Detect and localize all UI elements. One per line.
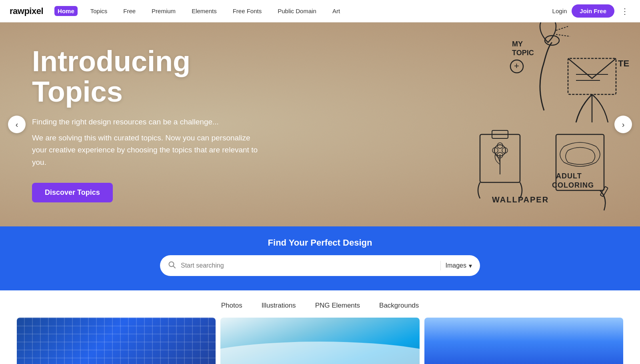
navbar: rawpixel Home Topics Free Premium Elemen… [0, 0, 640, 22]
discover-topics-button[interactable]: Discover Topics [32, 183, 113, 202]
nav-link-topics[interactable]: Topics [87, 6, 111, 16]
arrow-left-icon: ‹ [16, 120, 18, 129]
tab-illustrations[interactable]: Illustrations [262, 300, 296, 311]
images-grid [0, 318, 640, 364]
more-options-button[interactable]: ⋮ [619, 5, 630, 18]
tab-backgrounds[interactable]: Backgrounds [379, 300, 419, 311]
search-input[interactable] [181, 262, 436, 269]
search-type-dropdown[interactable]: Images ▾ [446, 262, 472, 270]
chevron-down-icon: ▾ [469, 262, 472, 270]
category-tabs: Photos Illustrations PNG Elements Backgr… [0, 290, 640, 318]
svg-point-15 [494, 145, 506, 156]
nav-right: Login Join Free ⋮ [552, 4, 630, 18]
search-section: Find Your Perfect Design Images ▾ [0, 226, 640, 290]
svg-text:TOPIC: TOPIC [512, 49, 534, 57]
search-title: Find Your Perfect Design [268, 238, 372, 248]
svg-point-18 [492, 148, 498, 153]
svg-text:TE: TE [618, 58, 629, 68]
svg-text:MY: MY [512, 40, 523, 48]
carousel-next-button[interactable]: › [614, 116, 632, 133]
search-bar: Images ▾ [160, 255, 480, 276]
tab-photos[interactable]: Photos [221, 300, 242, 311]
svg-text:WALLPAPER: WALLPAPER [492, 195, 549, 204]
nav-link-public-domain[interactable]: Public Domain [274, 6, 320, 16]
login-button[interactable]: Login [552, 8, 567, 14]
nav-link-premium[interactable]: Premium [148, 6, 179, 16]
svg-text:+: + [514, 61, 519, 71]
nav-link-art[interactable]: Art [329, 6, 343, 16]
hero-illustration: MY TOPIC + TE [360, 22, 640, 226]
search-type-label: Images [446, 262, 466, 269]
tab-png-elements[interactable]: PNG Elements [315, 300, 360, 311]
arrow-right-icon: › [622, 120, 625, 129]
hero-title: Introducing Topics [32, 46, 280, 107]
search-divider [440, 261, 441, 270]
hero-content: Introducing Topics Finding the right des… [0, 22, 312, 226]
image-card-ocean[interactable] [424, 318, 623, 364]
hero-subtitle: Finding the right design resources can b… [32, 116, 256, 128]
svg-text:ADULT: ADULT [556, 172, 582, 180]
nav-link-free[interactable]: Free [120, 6, 139, 16]
search-icon [168, 261, 176, 271]
svg-line-26 [173, 266, 175, 268]
logo[interactable]: rawpixel [10, 6, 43, 16]
svg-text:COLORING: COLORING [552, 181, 594, 189]
svg-line-2 [556, 34, 570, 36]
nav-link-elements[interactable]: Elements [188, 6, 220, 16]
nav-link-home[interactable]: Home [54, 6, 78, 16]
hero-banner: ‹ Introducing Topics Finding the right d… [0, 22, 640, 226]
carousel-prev-button[interactable]: ‹ [8, 116, 26, 133]
hero-description: We are solving this with curated topics.… [32, 132, 264, 168]
svg-point-19 [502, 148, 508, 153]
image-card-solar[interactable] [17, 318, 216, 364]
svg-point-16 [497, 143, 503, 148]
nav-link-free-fonts[interactable]: Free Fonts [230, 6, 265, 16]
join-free-button[interactable]: Join Free [572, 4, 614, 18]
image-card-wave[interactable] [220, 318, 419, 364]
svg-line-1 [556, 26, 568, 30]
nav-links: Home Topics Free Premium Elements Free F… [54, 6, 552, 16]
